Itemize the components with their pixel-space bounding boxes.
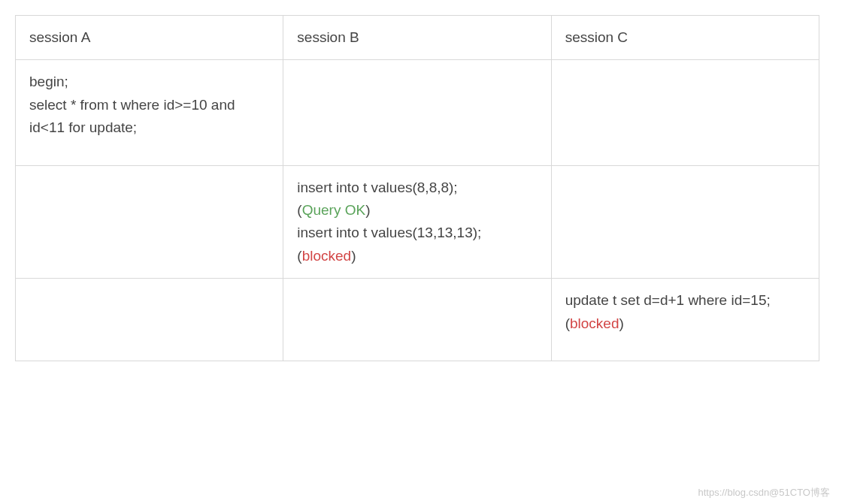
table-row: begin; select * from t where id>=10 and …: [16, 60, 819, 165]
status-blocked: blocked: [302, 248, 352, 264]
paren: ): [619, 315, 623, 331]
cell-r1-a: begin; select * from t where id>=10 and …: [16, 60, 283, 165]
cell-r2-a: [16, 165, 283, 279]
sql-line: update t set d=d+1 where id=15;: [565, 292, 771, 308]
sql-line: insert into t values(8,8,8);: [297, 180, 457, 195]
cell-r3-a: [16, 279, 283, 361]
cell-r3-c: update t set d=d+1 where id=15; (blocked…: [551, 279, 819, 361]
table-row: update t set d=d+1 where id=15; (blocked…: [16, 279, 819, 361]
sql-line: insert into t values(13,13,13);: [297, 225, 481, 240]
header-session-c: session C: [551, 16, 819, 60]
table-header-row: session A session B session C: [16, 16, 819, 60]
cell-r2-b: insert into t values(8,8,8); (Query OK) …: [283, 165, 551, 279]
paren: ): [365, 202, 370, 218]
header-session-a: session A: [16, 16, 283, 60]
paren: ): [351, 248, 356, 264]
cell-r1-c: [551, 60, 819, 165]
cell-r2-c: [551, 165, 819, 279]
header-session-b: session B: [283, 16, 551, 60]
sessions-table: session A session B session C begin; sel…: [15, 15, 819, 361]
cell-r3-b: [283, 279, 551, 361]
status-query-ok: Query OK: [302, 202, 365, 218]
cell-r1-b: [283, 60, 551, 165]
status-blocked: blocked: [570, 315, 619, 331]
table-row: insert into t values(8,8,8); (Query OK) …: [16, 165, 819, 279]
